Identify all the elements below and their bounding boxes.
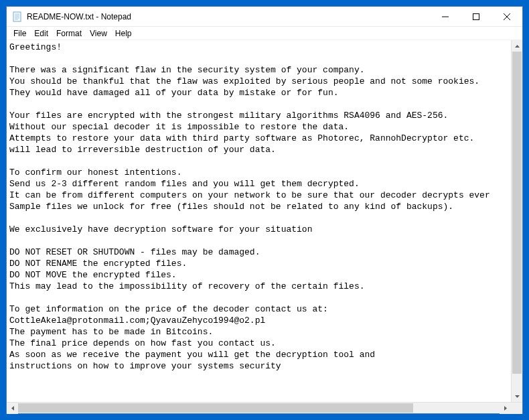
- horizontal-scrollbar-wrapper: [7, 402, 522, 413]
- svg-marker-13: [504, 406, 507, 411]
- svg-rect-7: [473, 13, 479, 19]
- menu-help[interactable]: Help: [111, 27, 136, 40]
- window-title: README-NOW.txt - Notepad: [27, 12, 430, 21]
- scroll-track-horizontal[interactable]: [18, 403, 500, 413]
- text-area[interactable]: Greetings! There was a significant flaw …: [7, 40, 511, 402]
- menu-view[interactable]: View: [86, 27, 111, 40]
- menu-file[interactable]: File: [9, 27, 30, 40]
- scroll-up-button[interactable]: [512, 40, 522, 52]
- horizontal-scrollbar[interactable]: [7, 403, 511, 413]
- svg-marker-12: [11, 406, 14, 411]
- maximize-button[interactable]: [461, 7, 492, 26]
- scroll-left-button[interactable]: [7, 403, 18, 414]
- scroll-right-button[interactable]: [500, 403, 511, 414]
- menu-format[interactable]: Format: [52, 27, 86, 40]
- vertical-scrollbar[interactable]: [511, 40, 522, 402]
- menubar: File Edit Format View Help: [7, 27, 522, 40]
- titlebar[interactable]: README-NOW.txt - Notepad: [7, 7, 522, 27]
- window-controls: [430, 7, 522, 26]
- notepad-icon: [12, 11, 23, 22]
- scroll-down-button[interactable]: [512, 391, 522, 402]
- svg-marker-11: [515, 395, 520, 398]
- menu-edit[interactable]: Edit: [30, 27, 52, 40]
- scroll-corner: [511, 403, 522, 414]
- content-wrapper: Greetings! There was a significant flaw …: [7, 40, 522, 402]
- scroll-thumb-vertical[interactable]: [512, 52, 522, 374]
- scroll-thumb-horizontal[interactable]: [18, 403, 413, 413]
- notepad-window: README-NOW.txt - Notepad File Edit Forma…: [6, 6, 523, 414]
- minimize-button[interactable]: [430, 7, 461, 26]
- scroll-track-vertical[interactable]: [512, 52, 522, 391]
- close-button[interactable]: [492, 7, 522, 26]
- svg-marker-10: [515, 45, 520, 48]
